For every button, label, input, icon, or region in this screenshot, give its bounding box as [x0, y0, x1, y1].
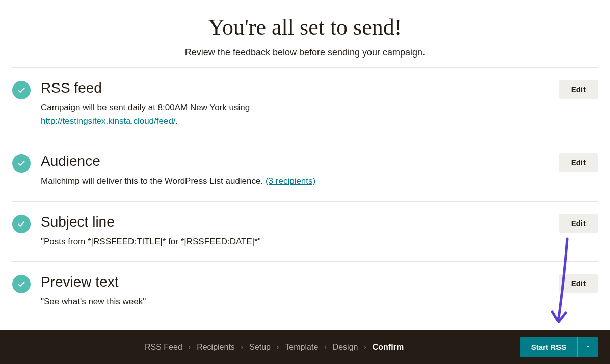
section-audience: Audience Mailchimp will deliver this to … — [12, 141, 598, 201]
breadcrumb-item-template[interactable]: Template — [285, 343, 318, 352]
section-title-preview-text: Preview text — [41, 274, 537, 290]
check-icon — [12, 275, 31, 293]
edit-button-rss-feed[interactable]: Edit — [559, 80, 598, 99]
page-subtitle: Review the feedback below before sending… — [12, 47, 598, 58]
section-title-subject-line: Subject line — [41, 214, 537, 230]
section-desc-subject-line: "Posts from *|RSSFEED:TITLE|* for *|RSSF… — [41, 235, 537, 248]
edit-button-subject-line[interactable]: Edit — [559, 214, 598, 233]
section-desc-preview-text: "See what's new this week" — [41, 295, 537, 309]
breadcrumb: RSS Feed › Recipients › Setup › Template… — [145, 343, 404, 352]
chevron-right-icon: › — [189, 343, 191, 351]
check-icon — [12, 154, 31, 173]
rss-feed-link[interactable]: http://testingsitex.kinsta.cloud/feed/ — [41, 116, 176, 126]
edit-button-audience[interactable]: Edit — [559, 153, 598, 172]
check-icon — [12, 81, 31, 99]
section-preview-text: Preview text "See what's new this week" … — [12, 261, 598, 324]
chevron-right-icon: › — [277, 343, 279, 351]
page-header: You're all set to send! Review the feedb… — [12, 0, 598, 67]
check-icon — [12, 215, 31, 233]
breadcrumb-item-setup[interactable]: Setup — [249, 343, 271, 352]
section-desc-audience: Mailchimp will deliver this to the WordP… — [41, 175, 537, 188]
recipients-link[interactable]: (3 recipients) — [266, 176, 315, 186]
chevron-right-icon: › — [324, 343, 326, 351]
footer-bar: RSS Feed › Recipients › Setup › Template… — [0, 330, 610, 364]
section-title-audience: Audience — [41, 153, 537, 170]
start-button-group: Start RSS — [520, 337, 598, 357]
section-subject-line: Subject line "Posts from *|RSSFEED:TITLE… — [12, 201, 598, 262]
section-desc-rss-feed: Campaign will be sent daily at 8:00AM Ne… — [41, 101, 537, 127]
breadcrumb-item-recipients[interactable]: Recipients — [197, 343, 235, 352]
breadcrumb-item-confirm[interactable]: Confirm — [373, 343, 404, 352]
breadcrumb-item-rss-feed[interactable]: RSS Feed — [145, 343, 182, 352]
edit-button-preview-text[interactable]: Edit — [559, 274, 598, 293]
chevron-down-icon — [585, 343, 591, 351]
breadcrumb-item-design[interactable]: Design — [333, 343, 358, 352]
start-rss-dropdown[interactable] — [577, 337, 598, 357]
section-rss-feed: RSS feed Campaign will be sent daily at … — [12, 67, 598, 141]
page-title: You're all set to send! — [12, 14, 598, 40]
section-title-rss-feed: RSS feed — [41, 80, 537, 96]
chevron-right-icon: › — [364, 343, 366, 351]
chevron-right-icon: › — [241, 343, 243, 351]
start-rss-button[interactable]: Start RSS — [520, 337, 577, 357]
